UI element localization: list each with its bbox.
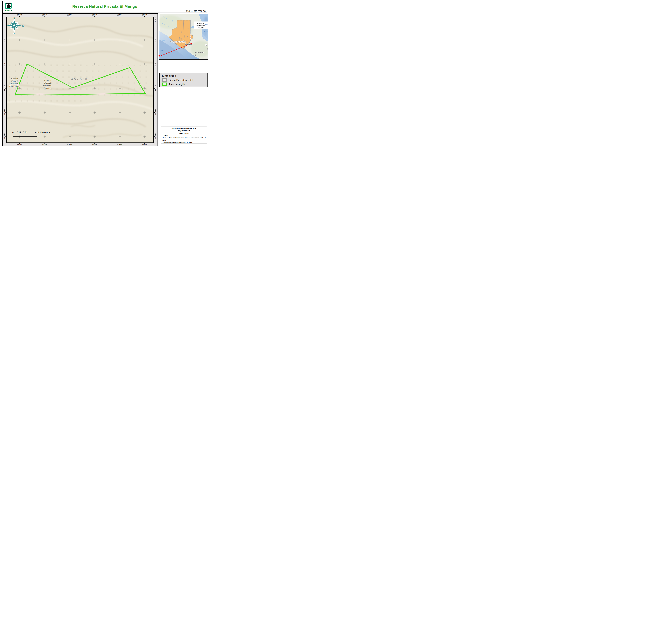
legend-item-departmental-limit: Límite Departamental bbox=[162, 78, 193, 82]
x-axis-label: 609500 bbox=[140, 144, 149, 145]
document-code: DAGeos-375-2026-BS bbox=[185, 10, 206, 12]
x-axis-label: 609500 bbox=[140, 14, 149, 16]
page-title: Reserva Natural Privada El Mango bbox=[3, 4, 207, 9]
departmental-limit-swatch bbox=[162, 78, 167, 82]
axis-tick bbox=[5, 64, 6, 64]
x-axis-label: 608500 bbox=[90, 14, 99, 16]
svg-text:Diferendo: Diferendo bbox=[197, 23, 204, 25]
scale-label-1: 0.12 bbox=[17, 131, 21, 133]
country-label: Guatemala bbox=[170, 41, 186, 43]
x-axis-label: 607000 bbox=[15, 14, 24, 16]
y-axis-label: 1651500 bbox=[4, 60, 5, 68]
compass-south-label: S bbox=[14, 32, 15, 35]
y-axis-label: 1650500 bbox=[155, 108, 156, 117]
y-axis-label: 1650500 bbox=[4, 108, 5, 117]
sea-name-label: Hond bbox=[204, 31, 208, 33]
scale-label-0: 0 bbox=[12, 131, 14, 133]
y-axis-label: 1652000 bbox=[4, 36, 5, 45]
axis-tick bbox=[154, 64, 155, 64]
axis-tick bbox=[5, 88, 6, 89]
axis-tick bbox=[5, 112, 6, 113]
y-axis-label: 1651000 bbox=[155, 84, 156, 93]
svg-text:Natural: Natural bbox=[44, 82, 51, 84]
svg-text:territorial no: territorial no bbox=[197, 25, 205, 27]
x-axis-label: 608500 bbox=[90, 144, 99, 145]
x-axis-label: 607500 bbox=[40, 14, 49, 16]
projection-line: Sistema de coordenadas proyectadas bbox=[163, 127, 206, 130]
axis-tick bbox=[154, 88, 155, 89]
credits-box: Sistema de coordenadas proyectadas Proye… bbox=[161, 126, 207, 144]
main-map-frame: 607000 607500 608000 608500 609000 60950… bbox=[2, 13, 158, 146]
logo-org-name: CONAP bbox=[4, 10, 13, 12]
legend-item-protected-area: Área protegida bbox=[162, 82, 185, 86]
svg-text:Manzanotillo: Manzanotillo bbox=[9, 85, 20, 87]
map-canvas[interactable]: ZACAPA Reserva Natural Privada El Manzan… bbox=[6, 17, 154, 143]
svg-text:resuelto: resuelto bbox=[198, 27, 204, 29]
callout-line-extension bbox=[154, 54, 160, 57]
scale-label-3: 0.49 Kilómetros bbox=[35, 131, 50, 133]
san-salvador-label: San Salvador bbox=[195, 52, 203, 53]
compass-north-label: N bbox=[14, 17, 15, 19]
y-axis-label: 1651000 bbox=[4, 84, 5, 93]
topographic-map: ZACAPA Reserva Natural Privada El Manzan… bbox=[7, 17, 153, 142]
header-band: CONAP Reserva Natural Privada El Mango D… bbox=[2, 1, 207, 13]
x-axis-label: 609000 bbox=[116, 14, 124, 16]
depth-contour-label: 721 bbox=[161, 50, 163, 51]
y-axis-label: 1650000 bbox=[155, 132, 156, 141]
svg-text:Reserva: Reserva bbox=[11, 77, 18, 80]
projection-line: Proyección GTM bbox=[163, 130, 206, 132]
svg-text:Privada El: Privada El bbox=[10, 82, 19, 85]
capital-city-dot bbox=[185, 46, 186, 47]
svg-text:Mango: Mango bbox=[45, 87, 50, 89]
neighbor-city-dot bbox=[207, 49, 208, 50]
svg-text:Reserva: Reserva bbox=[44, 79, 51, 81]
source-line: Base de datos de la Dirección Análisis G… bbox=[163, 137, 206, 142]
country-locator-inset[interactable]: Diferendo territorial no resuelto Guatem… bbox=[159, 14, 208, 60]
inset-map: Diferendo territorial no resuelto Guatem… bbox=[160, 14, 208, 59]
legend-title: Simbología bbox=[162, 74, 176, 77]
x-axis-label: 608000 bbox=[65, 144, 74, 145]
scale-label-2: 0.24 bbox=[23, 131, 27, 133]
axis-tick bbox=[154, 112, 155, 113]
protected-area-swatch bbox=[162, 82, 167, 86]
axis-tick bbox=[120, 16, 120, 17]
honduras-label: Ho bbox=[206, 44, 208, 46]
svg-text:Natural: Natural bbox=[11, 80, 18, 82]
x-axis-label: 607000 bbox=[15, 144, 24, 145]
san-salvador-dot bbox=[195, 54, 196, 56]
x-axis-label: 608000 bbox=[65, 14, 74, 16]
svg-text:Privada El: Privada El bbox=[43, 84, 52, 87]
sea-name-label: Gu bbox=[206, 23, 208, 26]
projection-line: Datum WGS84 bbox=[163, 132, 206, 135]
x-axis-label: 609000 bbox=[116, 144, 124, 145]
y-axis-label: 1652000 bbox=[155, 36, 156, 45]
y-axis-label: 1651500 bbox=[155, 60, 156, 68]
map-document-page: CONAP Reserva Natural Privada El Mango D… bbox=[0, 0, 208, 147]
y-axis-label: 1650000 bbox=[4, 132, 5, 141]
department-label: ZACAPA bbox=[71, 77, 88, 80]
axis-tick bbox=[19, 16, 20, 17]
x-axis-label: 607500 bbox=[40, 144, 49, 145]
y-axis-label: 1652500 bbox=[155, 16, 156, 25]
capital-city-label: Guatemala bbox=[185, 43, 192, 45]
axis-tick bbox=[94, 16, 95, 17]
source-heading: Fuente: bbox=[163, 135, 206, 137]
legend-panel: Simbología Límite Departamental Área pro… bbox=[159, 73, 208, 87]
coastal-lagoon bbox=[162, 40, 165, 42]
source-line: Base de datos cartografía básica IGN 201… bbox=[163, 142, 206, 144]
axis-tick bbox=[145, 16, 145, 17]
compass-east-label: E bbox=[22, 25, 24, 27]
axis-tick bbox=[70, 16, 70, 17]
